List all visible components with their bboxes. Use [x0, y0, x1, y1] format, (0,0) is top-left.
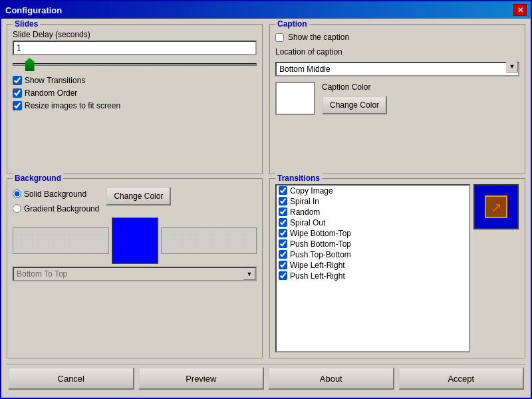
- svg-text:↗: ↗: [491, 200, 502, 215]
- transition-label: Wipe Left-Right: [290, 261, 345, 270]
- show-transitions-checkbox[interactable]: [13, 76, 22, 85]
- list-item: Spiral In: [277, 196, 469, 207]
- transition-checkbox-spiral-in[interactable]: [279, 197, 287, 205]
- list-item: Push Top-Bottom: [277, 249, 469, 260]
- delay-label: Slide Delay (seconds): [13, 30, 257, 39]
- caption-color-section: Caption Color Change Color: [322, 82, 387, 114]
- random-order-row: Random Order: [13, 88, 257, 98]
- list-item: Random: [277, 207, 469, 217]
- transition-label: Push Left-Right: [290, 271, 345, 281]
- bg-strips: [13, 217, 257, 264]
- preview-button[interactable]: Preview: [138, 367, 265, 390]
- accept-button[interactable]: Accept: [398, 367, 525, 390]
- solid-bg-radio[interactable]: [13, 190, 21, 198]
- transition-checkbox-push-tb[interactable]: [279, 250, 287, 259]
- bg-change-color-button[interactable]: Change Color: [106, 187, 171, 205]
- bg-strip-left: [13, 227, 109, 254]
- location-dropdown[interactable]: Bottom Middle Top Left Top Right Bottom …: [275, 62, 519, 76]
- caption-change-color-button[interactable]: Change Color: [322, 96, 387, 114]
- background-panel: Background Solid Background Gradient Bac…: [7, 178, 263, 358]
- list-item: Spiral Out: [277, 217, 469, 228]
- list-item: Push Bottom-Top: [277, 239, 469, 249]
- bg-blue-swatch: [112, 217, 158, 264]
- bg-direction-arrow[interactable]: ▼: [243, 268, 255, 280]
- transition-checkbox-push-bt[interactable]: [279, 239, 287, 248]
- slider-container: [13, 58, 257, 72]
- show-transitions-label: Show Transitions: [25, 76, 85, 85]
- transitions-panel: Transitions Copy Image Spiral In: [269, 178, 525, 358]
- location-dropdown-arrow[interactable]: ▼: [506, 61, 518, 72]
- transition-preview-image: ↗: [473, 184, 519, 229]
- window-title: Configuration: [5, 5, 62, 15]
- transition-checkbox-copy-image[interactable]: [279, 186, 287, 195]
- transition-checkbox-wipe-lr[interactable]: [279, 261, 287, 269]
- transition-label: Copy Image: [290, 186, 333, 196]
- show-caption-checkbox[interactable]: [275, 33, 284, 42]
- random-order-checkbox[interactable]: [13, 88, 22, 98]
- transition-checkbox-random[interactable]: [279, 207, 287, 216]
- transition-label: Push Top-Bottom: [290, 250, 351, 259]
- transition-label: Spiral In: [290, 197, 319, 206]
- location-label: Location of caption: [275, 47, 519, 57]
- resize-images-checkbox[interactable]: [13, 101, 22, 110]
- transition-checkbox-push-lr[interactable]: [279, 271, 287, 280]
- transitions-label: Transitions: [275, 174, 322, 183]
- transition-label: Random: [290, 207, 320, 217]
- transition-checkbox-spiral-out[interactable]: [279, 218, 287, 227]
- solid-bg-row: Solid Background: [13, 190, 99, 199]
- box-preview-icon: ↗: [484, 195, 508, 219]
- bg-controls: Solid Background Gradient Background Cha…: [13, 187, 257, 213]
- location-dropdown-wrapper: Bottom Middle Top Left Top Right Bottom …: [275, 59, 519, 76]
- bg-direction-wrapper: Bottom To Top Top To Bottom Left To Righ…: [13, 267, 257, 281]
- transition-preview: ↗: [473, 184, 519, 352]
- caption-color-row: Caption Color Change Color: [275, 82, 519, 115]
- transition-label: Spiral Out: [290, 218, 325, 227]
- bg-radios: Solid Background Gradient Background: [13, 187, 99, 213]
- slides-label: Slides: [13, 19, 40, 29]
- delay-slider[interactable]: [13, 63, 257, 66]
- list-item: Copy Image: [277, 186, 469, 196]
- random-order-label: Random Order: [25, 88, 77, 98]
- bottom-panels: Background Solid Background Gradient Bac…: [7, 178, 525, 358]
- transition-label: Wipe Bottom-Top: [290, 229, 351, 238]
- transition-checkbox-wipe-bt[interactable]: [279, 229, 287, 237]
- resize-images-row: Resize images to fit screen: [13, 101, 257, 110]
- about-button[interactable]: About: [268, 367, 394, 390]
- delay-input[interactable]: [13, 41, 257, 55]
- caption-color-label: Caption Color: [322, 82, 387, 92]
- list-item: Wipe Bottom-Top: [277, 228, 469, 239]
- caption-panel: Caption Show the caption Location of cap…: [269, 24, 525, 174]
- show-caption-row: Show the caption: [275, 33, 519, 42]
- solid-bg-label: Solid Background: [24, 190, 86, 199]
- bg-direction-dropdown[interactable]: Bottom To Top Top To Bottom Left To Righ…: [13, 267, 257, 281]
- titlebar: Configuration ✕: [1, 1, 531, 19]
- transitions-list[interactable]: Copy Image Spiral In Random Spiral: [275, 184, 470, 352]
- close-button[interactable]: ✕: [513, 4, 527, 16]
- gradient-bg-label: Gradient Background: [24, 204, 99, 213]
- main-content: Slides Slide Delay (seconds) Show Transi…: [1, 19, 531, 398]
- transitions-list-wrapper: Copy Image Spiral In Random Spiral: [275, 184, 470, 352]
- background-label: Background: [13, 174, 63, 183]
- slides-panel: Slides Slide Delay (seconds) Show Transi…: [7, 24, 263, 174]
- list-item: Push Left-Right: [277, 271, 469, 281]
- bottom-buttons-bar: Cancel Preview About Accept: [7, 364, 525, 392]
- cancel-button[interactable]: Cancel: [8, 367, 134, 390]
- show-caption-label: Show the caption: [288, 33, 349, 42]
- transition-label: Push Bottom-Top: [290, 239, 351, 249]
- resize-images-label: Resize images to fit screen: [25, 101, 120, 110]
- gradient-bg-row: Gradient Background: [13, 204, 99, 213]
- caption-label: Caption: [275, 19, 309, 29]
- configuration-window: Configuration ✕ Slides Slide Delay (seco…: [0, 0, 532, 399]
- caption-color-swatch: [275, 82, 315, 115]
- top-panels: Slides Slide Delay (seconds) Show Transi…: [7, 24, 525, 174]
- gradient-bg-radio[interactable]: [13, 204, 21, 213]
- bg-strip-right: [161, 227, 257, 254]
- show-transitions-row: Show Transitions: [13, 76, 257, 85]
- list-item: Wipe Left-Right: [277, 260, 469, 271]
